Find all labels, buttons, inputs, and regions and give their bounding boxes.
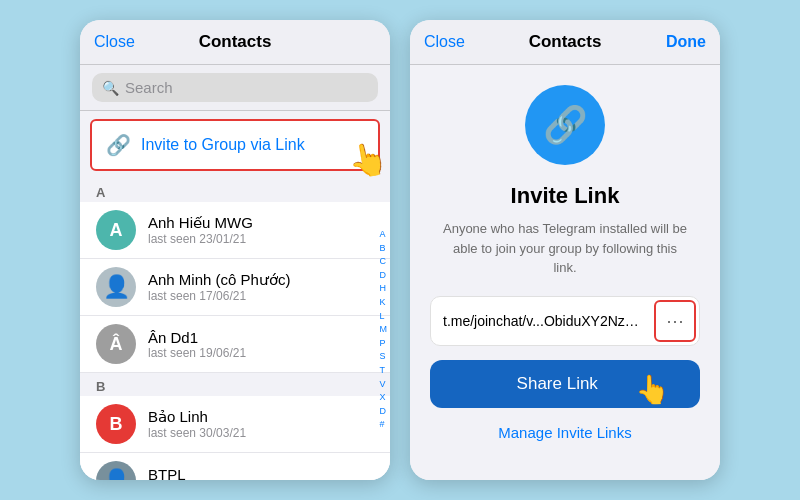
search-icon: 🔍 xyxy=(102,80,119,96)
contact-info: Anh Hiếu MWG last seen 23/01/21 xyxy=(148,214,374,246)
invite-row[interactable]: 🔗 Invite to Group via Link 👆 xyxy=(90,119,380,171)
contact-info: Bảo Linh last seen 30/03/21 xyxy=(148,408,374,440)
contact-name: Anh Minh (cô Phước) xyxy=(148,271,374,289)
right-close-button[interactable]: Close xyxy=(424,33,465,51)
right-content: 🔗 Invite Link Anyone who has Telegram in… xyxy=(410,65,720,480)
section-a-label: A xyxy=(80,179,390,202)
invite-row-label: Invite to Group via Link xyxy=(141,136,305,154)
avatar: B xyxy=(96,404,136,444)
link-icon-circle: 🔗 xyxy=(525,85,605,165)
hand-cursor-icon: 👆 xyxy=(345,138,390,182)
contact-name: Anh Hiếu MWG xyxy=(148,214,374,232)
contact-info: BTPL last seen 30/05/21 xyxy=(148,466,374,481)
more-icon: ⋯ xyxy=(666,310,684,332)
link-icon: 🔗 xyxy=(106,133,131,157)
avatar: A xyxy=(96,210,136,250)
hand-cursor-right-icon: 👆 xyxy=(635,373,670,406)
avatar: 👤 xyxy=(96,267,136,307)
left-header-title: Contacts xyxy=(199,32,272,52)
left-close-button[interactable]: Close xyxy=(94,33,135,51)
left-phone-screen: Close Contacts 🔍 Search 🔗 Invite to Grou… xyxy=(80,20,390,480)
right-phone-screen: Close Contacts Done 🔗 Invite Link Anyone… xyxy=(410,20,720,480)
contact-info: Anh Minh (cô Phước) last seen 17/06/21 xyxy=(148,271,374,303)
section-b-label: B xyxy=(80,373,390,396)
contact-sub: last seen 30/03/21 xyxy=(148,426,374,440)
contact-sub: last seen 17/06/21 xyxy=(148,289,374,303)
link-text: t.me/joinchat/v...ObiduXY2Nzc1 xyxy=(431,303,651,339)
avatar: 👤 xyxy=(96,461,136,480)
share-link-button[interactable]: Share Link 👆 xyxy=(430,360,700,408)
done-button[interactable]: Done xyxy=(666,33,706,51)
more-options-button[interactable]: ⋯ xyxy=(654,300,696,342)
link-icon-symbol: 🔗 xyxy=(543,104,588,146)
search-input-wrap[interactable]: 🔍 Search xyxy=(92,73,378,102)
invite-link-desc: Anyone who has Telegram installed will b… xyxy=(430,219,700,278)
list-item[interactable]: 👤 BTPL last seen 30/05/21 xyxy=(80,453,390,480)
right-header: Close Contacts Done xyxy=(410,20,720,65)
list-item[interactable]: 👤 Anh Minh (cô Phước) last seen 17/06/21 xyxy=(80,259,390,316)
list-item[interactable]: B Bảo Linh last seen 30/03/21 xyxy=(80,396,390,453)
list-item[interactable]: Â Ân Dd1 last seen 19/06/21 xyxy=(80,316,390,373)
contact-name: BTPL xyxy=(148,466,374,481)
link-input-row: t.me/joinchat/v...ObiduXY2Nzc1 ⋯ xyxy=(430,296,700,346)
contact-sub: last seen 23/01/21 xyxy=(148,232,374,246)
search-placeholder: Search xyxy=(125,79,173,96)
list-item[interactable]: A Anh Hiếu MWG last seen 23/01/21 xyxy=(80,202,390,259)
contact-info: Ân Dd1 last seen 19/06/21 xyxy=(148,329,374,360)
alpha-index: ABCD HKLM PSTV XD# xyxy=(380,179,388,480)
avatar: Â xyxy=(96,324,136,364)
contact-sub: last seen 19/06/21 xyxy=(148,346,374,360)
search-bar: 🔍 Search xyxy=(80,65,390,111)
invite-link-title: Invite Link xyxy=(511,183,620,209)
right-header-title: Contacts xyxy=(529,32,602,52)
manage-invite-links-button[interactable]: Manage Invite Links xyxy=(498,424,631,441)
contact-name: Ân Dd1 xyxy=(148,329,374,346)
left-header: Close Contacts xyxy=(80,20,390,65)
contact-name: Bảo Linh xyxy=(148,408,374,426)
share-btn-label: Share Link xyxy=(444,374,598,393)
contacts-list: A A Anh Hiếu MWG last seen 23/01/21 👤 An… xyxy=(80,179,390,480)
